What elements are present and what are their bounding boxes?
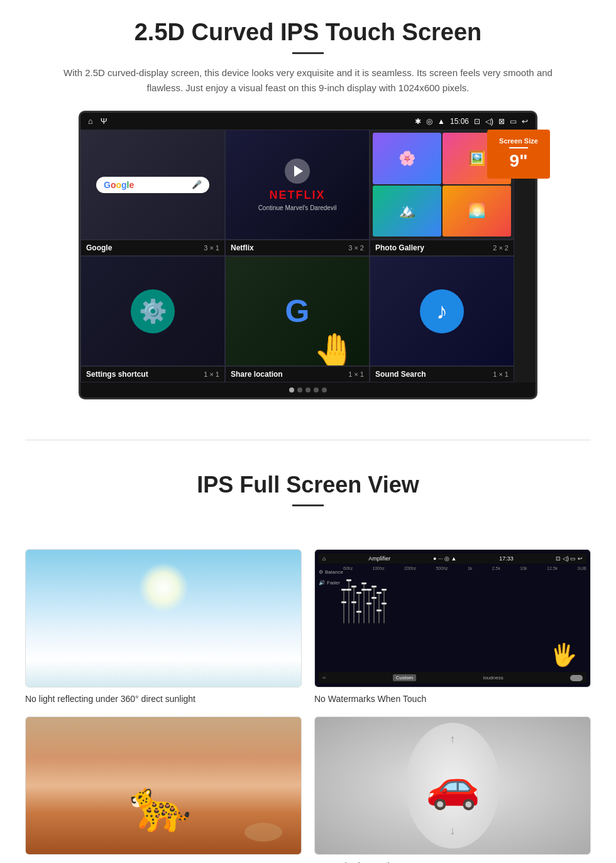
amp-sidebar: ⚙Balance 🔊Fader [319,566,341,672]
netflix-app-name: Netflix [231,243,254,252]
amplifier-visual: ⌂ Amplifier ● ··· ◎ ▲ 17:33 ⊡ ◁) ▭ ↩ ⚙Ba… [315,550,590,687]
amp-slider-6[interactable] [368,589,370,623]
gallery-image-3: 🏔️ [373,186,441,237]
section1-description: With 2.5D curved-display screen, this de… [57,65,559,96]
device-mockup: Screen Size 9" ⌂ Ψ ✱ ◎ ▲ 15:06 ⊡ ◁) ⊠ [79,111,537,399]
time-display: 15:06 [450,117,469,126]
netflix-play-button[interactable] [285,159,310,184]
pagination-dots [80,382,536,398]
section1: 2.5D Curved IPS Touch Screen With 2.5D c… [0,0,616,415]
car-visual: ↑ 🚗 ↑ [315,717,590,854]
freq-12.5k: 12.5k [547,566,558,571]
hand-pointing-icon: 🤚 [313,331,356,366]
freq-100hz: 100hz [373,566,385,571]
feature-fast-response: 🐆 Super Fast Response [25,716,302,863]
car-body-icon: 🚗 [426,760,480,811]
home-icon[interactable]: ⌂ [88,116,93,126]
amp-sliders [343,573,586,623]
share-location-cell[interactable]: G 🤚 [225,256,370,366]
share-cell-bg: G 🤚 [226,257,369,365]
sound-label-row: Sound Search 1 × 1 [370,366,514,382]
status-left: ⌂ Ψ [88,116,107,126]
amp-custom-button[interactable]: Custom [393,674,417,681]
car-image: ↑ 🚗 ↑ [314,716,591,855]
car-arrow-bottom-icon: ↑ [450,825,456,838]
sound-app-size: 1 × 1 [493,370,509,378]
car-arrow-top-icon: ↑ [450,733,456,746]
netflix-cell[interactable]: NETFLIX Continue Marvel's Daredevil [225,130,370,240]
gallery-app-size: 2 × 2 [493,244,509,252]
google-app-name: Google [86,243,112,252]
title-underline [292,52,324,54]
badge-underline [509,147,528,148]
feature-no-watermarks: ⌂ Amplifier ● ··· ◎ ▲ 17:33 ⊡ ◁) ▭ ↩ ⚙Ba… [314,549,591,704]
amp-loudness-toggle[interactable] [570,675,583,681]
no-watermarks-caption: No Watermarks When Touch [314,694,591,704]
amp-bottom-bar: ‹‹ Custom loudness [319,672,586,683]
gallery-label-row: Photo Gallery 2 × 2 [370,240,514,256]
settings-app-size: 1 × 1 [204,370,219,378]
gallery-app-name: Photo Gallery [375,243,424,252]
netflix-subtitle: Continue Marvel's Daredevil [258,204,337,211]
badge-size: 9" [492,151,545,171]
gallery-thumb-1: 🌸 [373,133,441,184]
screen-size-badge: Screen Size 9" [487,130,550,179]
amp-slider-9[interactable] [383,589,385,623]
sound-search-cell[interactable]: ♪ [370,256,514,366]
dot-5[interactable] [322,387,327,393]
google-cell[interactable]: Google 🎤 [80,130,225,240]
dot-4[interactable] [314,387,319,393]
netflix-cell-bg: NETFLIX Continue Marvel's Daredevil [226,130,369,239]
amp-hand-icon: 🖐️ [550,642,578,668]
amp-slider-7[interactable] [373,586,375,623]
window-icon: ▭ [510,117,517,126]
badge-title: Screen Size [492,137,545,145]
sky-visual [26,550,301,687]
google-app-size: 3 × 1 [204,244,219,252]
freq-500hz: 500hz [436,566,448,571]
google-g-icon: G [285,293,310,330]
amp-controls: ⊡ ◁) ▭ ↩ [556,555,583,562]
settings-cell-bg: ⚙️ [81,257,224,365]
amp-slider-1[interactable] [343,589,344,623]
google-label-row: Google 3 × 1 [80,240,225,256]
music-note-icon: ♪ [420,289,464,333]
amp-icons: ● ··· ◎ ▲ [433,555,456,562]
amp-slider-2[interactable] [348,579,349,623]
freq-60hz: 60hz [343,566,353,571]
freq-sub: SUB [577,566,586,571]
mic-icon[interactable]: 🎤 [192,180,202,189]
section2-title: IPS Full Screen View [38,472,578,498]
google-search-bar[interactable]: Google 🎤 [96,177,209,193]
bluetooth-icon: ✱ [415,117,421,126]
amp-home-icon: ⌂ [322,555,326,562]
amp-slider-3[interactable] [353,586,355,623]
google-logo: Google [104,180,134,190]
netflix-label-row: Netflix 3 × 2 [225,240,370,256]
status-bar: ⌂ Ψ ✱ ◎ ▲ 15:06 ⊡ ◁) ⊠ ▭ ↩ [80,113,536,130]
amp-slider-4[interactable] [358,592,360,623]
back-icon[interactable]: ↩ [522,117,528,126]
sound-app-name: Sound Search [375,370,426,379]
no-reflection-caption: No light reflecting under 360° direct su… [25,694,302,704]
freq-200hz: 200hz [404,566,416,571]
dot-3[interactable] [305,387,311,393]
gallery-flower-icon: 🌸 [373,133,441,184]
dot-1[interactable] [289,387,294,393]
settings-cell[interactable]: ⚙️ [80,256,225,366]
amp-slider-5[interactable] [363,582,365,623]
amplifier-image: ⌂ Amplifier ● ··· ◎ ▲ 17:33 ⊡ ◁) ▭ ↩ ⚙Ba… [314,549,591,688]
amp-time: 17:33 [499,555,514,562]
location-icon: ◎ [426,117,432,126]
section2: IPS Full Screen View [0,465,616,530]
dot-2[interactable] [297,387,302,393]
feature-viewing-angle: ↑ 🚗 ↑ Large Viewing Angle [314,716,591,863]
amp-freq-labels: 60hz 100hz 200hz 500hz 1k 2.5k 10k 12.5k… [343,566,586,571]
device-screen: ⌂ Ψ ✱ ◎ ▲ 15:06 ⊡ ◁) ⊠ ▭ ↩ [79,111,537,399]
cheetah-icon: 🐆 [129,776,192,835]
sound-cell-bg: ♪ [370,257,514,365]
amp-slider-8[interactable] [378,592,380,623]
volume-icon: ◁) [485,117,493,126]
cheetah-visual: 🐆 [26,717,301,854]
play-triangle-icon [294,165,303,177]
